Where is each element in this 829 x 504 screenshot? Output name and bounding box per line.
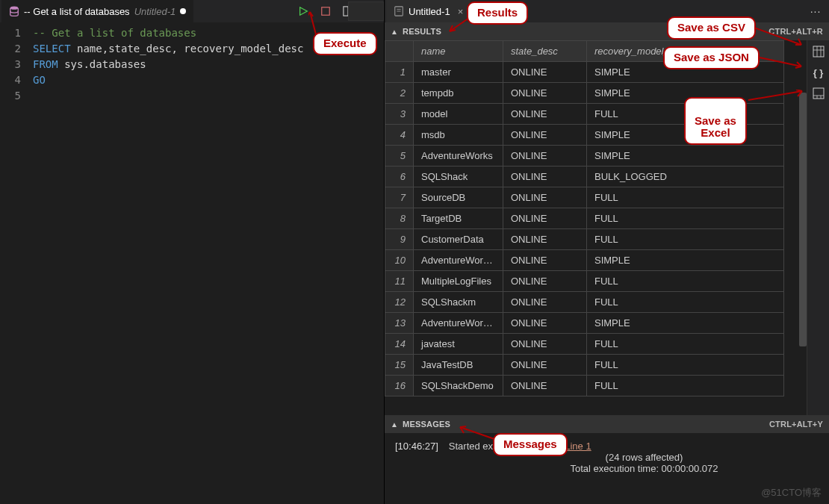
table-cell[interactable]: FULL — [587, 187, 784, 208]
code-content[interactable]: -- Get a list of databasesSELECT name,st… — [33, 25, 384, 504]
close-icon[interactable]: × — [458, 6, 464, 17]
results-grid[interactable]: namestate_descrecovery_model_desc 1maste… — [385, 40, 807, 415]
table-cell[interactable]: FULL — [587, 271, 784, 292]
save-csv-button[interactable] — [812, 45, 825, 58]
table-cell[interactable]: ONLINE — [503, 167, 587, 187]
table-row[interactable]: 14javatestONLINEFULL — [385, 334, 784, 355]
table-cell[interactable]: ONLINE — [503, 271, 587, 292]
scrollbar-thumb[interactable] — [799, 93, 807, 346]
table-row[interactable]: 16SQLShackDemoONLINEFULL — [385, 376, 784, 396]
messages-label: MESSAGES — [403, 420, 450, 429]
table-cell[interactable]: SIMPLE — [587, 250, 784, 271]
callout-save-json: Save as JSON — [663, 46, 760, 69]
table-cell[interactable]: FULL — [587, 376, 784, 396]
table-cell[interactable]: ONLINE — [503, 292, 587, 313]
messages-section-bar[interactable]: ▲ MESSAGES CTRL+ALT+Y — [385, 415, 829, 433]
callout-messages: Messages — [493, 433, 568, 456]
table-cell[interactable]: FULL — [587, 292, 784, 313]
chevron-down-icon: ▲ — [391, 28, 398, 36]
line-gutter: 12345 — [0, 25, 33, 504]
table-cell[interactable]: SQLShack — [414, 167, 503, 187]
minimap[interactable] — [348, 1, 384, 21]
table-cell[interactable]: ONLINE — [503, 208, 587, 229]
column-header[interactable]: state_desc — [503, 41, 587, 62]
table-cell[interactable]: MultipleLogFiles — [414, 271, 503, 292]
line-link[interactable]: Line 1 — [565, 441, 591, 452]
table-row[interactable]: 10AdventureWork...ONLINESIMPLE — [385, 250, 784, 271]
table-cell[interactable]: FULL — [587, 334, 784, 355]
export-toolbar: { } — [807, 40, 829, 415]
tab-title: -- Get a list of databases — [24, 6, 130, 17]
table-cell[interactable]: tempdb — [414, 83, 503, 104]
table-cell[interactable]: model — [414, 104, 503, 125]
save-json-button[interactable]: { } — [812, 66, 825, 79]
tab-subtitle: Untitled-1 — [134, 6, 176, 17]
table-cell[interactable]: FULL — [587, 355, 784, 376]
results-tab-title: Untitled-1 — [409, 6, 450, 17]
dirty-indicator-icon — [180, 8, 186, 14]
run-button[interactable] — [297, 5, 309, 17]
results-label: RESULTS — [403, 27, 441, 36]
table-row[interactable]: 5AdventureWorksONLINESIMPLE — [385, 146, 784, 167]
table-cell[interactable]: msdb — [414, 125, 503, 146]
table-cell[interactable]: AdventureWorks — [414, 146, 503, 167]
column-header[interactable]: name — [414, 41, 503, 62]
table-row[interactable]: 6SQLShackONLINEBULK_LOGGED — [385, 167, 784, 187]
table-cell[interactable]: SQLShackm — [414, 292, 503, 313]
table-cell[interactable]: javatest — [414, 334, 503, 355]
code-editor[interactable]: 12345 -- Get a list of databasesSELECT n… — [0, 22, 384, 504]
table-row[interactable]: 7SourceDBONLINEFULL — [385, 187, 784, 208]
table-cell[interactable]: SIMPLE — [587, 313, 784, 334]
callout-results: Results — [467, 1, 528, 25]
table-row[interactable]: 11MultipleLogFilesONLINEFULL — [385, 271, 784, 292]
table-cell[interactable]: AdventureWork... — [414, 250, 503, 271]
database-icon — [9, 6, 19, 16]
chevron-down-icon: ▲ — [391, 420, 398, 429]
more-actions-right-button[interactable]: ··· — [810, 5, 822, 17]
table-cell[interactable]: ONLINE — [503, 187, 587, 208]
table-cell[interactable]: CustomerData — [414, 229, 503, 250]
execution-time: Total execution time: 00:00:00.072 — [470, 463, 819, 474]
svg-rect-1 — [322, 7, 330, 16]
table-cell[interactable]: ONLINE — [503, 83, 587, 104]
table-cell[interactable]: ONLINE — [503, 229, 587, 250]
table-cell[interactable]: SourceDB — [414, 187, 503, 208]
callout-execute: Execute — [313, 32, 377, 55]
svg-point-0 — [10, 7, 19, 10]
table-cell[interactable]: ONLINE — [503, 250, 587, 271]
table-cell[interactable]: ONLINE — [503, 146, 587, 167]
table-cell[interactable]: ONLINE — [503, 125, 587, 146]
editor-tab-bar: -- Get a list of databases Untitled-1 ··… — [0, 0, 384, 22]
table-cell[interactable]: ONLINE — [503, 104, 587, 125]
table-cell[interactable]: master — [414, 62, 503, 83]
results-pane: Untitled-1 × ··· ▲ RESULTS CTRL+ALT+R na… — [385, 0, 829, 504]
callout-save-csv: Save as CSV — [667, 16, 756, 40]
table-cell[interactable]: BULK_LOGGED — [587, 167, 784, 187]
table-cell[interactable]: ONLINE — [503, 334, 587, 355]
column-header[interactable] — [385, 41, 414, 62]
svg-rect-7 — [813, 46, 824, 57]
table-row[interactable]: 9CustomerDataONLINEFULL — [385, 229, 784, 250]
table-row[interactable]: 13AdventureWork...ONLINESIMPLE — [385, 313, 784, 334]
table-cell[interactable]: AdventureWork... — [414, 313, 503, 334]
table-cell[interactable]: SIMPLE — [587, 146, 784, 167]
table-row[interactable]: 8TargetDBONLINEFULL — [385, 208, 784, 229]
table-cell[interactable]: ONLINE — [503, 355, 587, 376]
table-row[interactable]: 12SQLShackmONLINEFULL — [385, 292, 784, 313]
table-cell[interactable]: FULL — [587, 208, 784, 229]
editor-tab[interactable]: -- Get a list of databases Untitled-1 — [1, 0, 193, 22]
editor-pane: -- Get a list of databases Untitled-1 ··… — [0, 0, 385, 504]
svg-rect-8 — [813, 88, 824, 99]
table-cell[interactable]: ONLINE — [503, 376, 587, 396]
callout-save-excel: Save as Excel — [684, 97, 747, 145]
table-row[interactable]: 15JavaTestDBONLINEFULL — [385, 355, 784, 376]
table-cell[interactable]: JavaTestDB — [414, 355, 503, 376]
message-timestamp: [10:46:27] — [395, 441, 438, 452]
save-excel-button[interactable] — [812, 87, 825, 100]
table-cell[interactable]: ONLINE — [503, 62, 587, 83]
table-cell[interactable]: ONLINE — [503, 313, 587, 334]
table-cell[interactable]: TargetDB — [414, 208, 503, 229]
results-file-icon — [394, 6, 404, 16]
table-cell[interactable]: SQLShackDemo — [414, 376, 503, 396]
table-cell[interactable]: FULL — [587, 229, 784, 250]
